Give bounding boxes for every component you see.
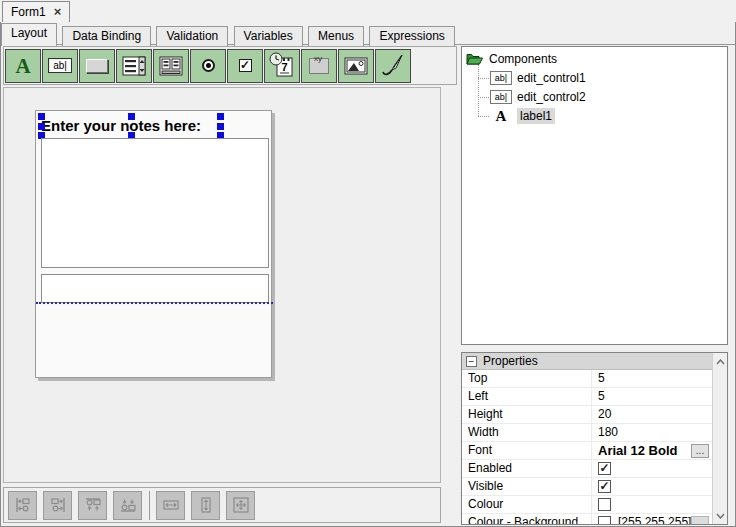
property-row-visible[interactable]: Visible ✓ (462, 478, 712, 496)
align-top-button[interactable] (78, 491, 107, 520)
property-row-font[interactable]: Font Arial 12 Bold ... (462, 442, 712, 460)
same-width-icon (162, 496, 180, 514)
tree-connector (478, 64, 479, 116)
property-row-colour[interactable]: Colour (462, 496, 712, 514)
designed-edit-control1[interactable] (41, 138, 269, 268)
alignment-toolbar (3, 487, 441, 523)
property-value[interactable]: 20 (592, 406, 712, 424)
visible-checkbox[interactable]: ✓ (598, 480, 611, 493)
selection-handle-mid-right[interactable] (217, 123, 224, 130)
document-tab-bar: Form1 × (0, 0, 736, 22)
same-width-button[interactable] (156, 491, 185, 520)
property-value[interactable]: 180 (592, 424, 712, 442)
tree-item-edit-control2[interactable]: ab| edit_control2 (490, 88, 586, 106)
signature-tool-button[interactable] (375, 49, 411, 83)
property-name: Left (462, 388, 592, 406)
tree-connector (478, 116, 489, 117)
tree-connector (478, 78, 489, 79)
push-button-tool-icon (86, 59, 108, 73)
tree-item-label: edit_control1 (517, 71, 586, 85)
property-value[interactable]: 5 (592, 388, 712, 406)
designed-edit-control2[interactable] (41, 274, 269, 303)
date-time-picker-tool-button[interactable]: 7 (264, 49, 300, 83)
grid-tool-button[interactable] (153, 49, 189, 83)
selection-handle-top-left[interactable] (38, 113, 45, 120)
align-right-button[interactable] (43, 491, 72, 520)
colour-checkbox[interactable] (598, 498, 611, 511)
colour-background-checkbox[interactable] (598, 516, 611, 525)
enabled-checkbox[interactable]: ✓ (598, 462, 611, 475)
property-row-enabled[interactable]: Enabled ✓ (462, 460, 712, 478)
signature-tool-icon (380, 53, 406, 79)
property-name: Colour (462, 496, 592, 514)
image-tool-button[interactable] (338, 49, 374, 83)
edit-box-tool-button[interactable]: ab| (42, 49, 78, 83)
edit-box-icon: ab| (490, 90, 512, 104)
check-box-tool-button[interactable]: ✓ (227, 49, 263, 83)
align-top-icon (84, 496, 102, 514)
property-name: Height (462, 406, 592, 424)
tree-item-label: Components (489, 52, 557, 66)
radio-button-tool-button[interactable] (190, 49, 226, 83)
align-left-icon (14, 496, 32, 514)
document-tab-form1[interactable]: Form1 × (2, 1, 70, 22)
form-boundary-guide (36, 302, 273, 304)
tab-data-binding[interactable]: Data Binding (62, 26, 151, 46)
selection-handle-top-center[interactable] (128, 113, 135, 120)
tree-item-components-root[interactable]: Components (466, 50, 557, 68)
scroll-up-icon[interactable] (713, 353, 728, 370)
same-size-icon (232, 496, 250, 514)
property-name: Width (462, 424, 592, 442)
selection-handle-top-right[interactable] (217, 113, 224, 120)
tab-variables[interactable]: Variables (234, 26, 303, 46)
push-button-tool-button[interactable] (79, 49, 115, 83)
align-left-button[interactable] (8, 491, 37, 520)
selection-handle-mid-left[interactable] (38, 123, 45, 130)
property-row-top[interactable]: Top 5 (462, 370, 712, 388)
property-row-colour-background[interactable]: Colour - Background [255,255,255] ... (462, 514, 712, 525)
label-icon: A (490, 108, 512, 125)
same-height-button[interactable] (191, 491, 220, 520)
property-value: [255,255,255] (618, 514, 691, 525)
folder-open-icon (466, 52, 484, 66)
form-design-surface[interactable]: Enter your notes here: (35, 110, 272, 378)
align-bottom-button[interactable] (113, 491, 142, 520)
same-height-icon (197, 496, 215, 514)
toolbar-separator (149, 491, 150, 520)
same-size-button[interactable] (226, 491, 255, 520)
tree-item-label-selected: label1 (517, 108, 555, 124)
tab-layout[interactable]: Layout (1, 23, 57, 46)
colour-picker-button[interactable]: ... (691, 516, 709, 525)
property-name: Font (462, 442, 592, 460)
tab-expressions[interactable]: Expressions (369, 26, 454, 46)
property-name: Enabled (462, 460, 592, 478)
tree-item-label: edit_control2 (517, 90, 586, 104)
properties-scrollbar[interactable] (712, 353, 727, 524)
property-row-width[interactable]: Width 180 (462, 424, 712, 442)
list-box-tool-button[interactable] (116, 49, 152, 83)
tab-validation[interactable]: Validation (156, 26, 228, 46)
component-palette-toolbar: A ab| (3, 46, 457, 85)
label-tool-icon: A (15, 56, 30, 76)
property-row-height[interactable]: Height 20 (462, 406, 712, 424)
tab-menus[interactable]: Menus (308, 26, 364, 46)
tree-item-label1[interactable]: A label1 (490, 107, 555, 125)
design-canvas[interactable]: Enter your notes here: (3, 87, 441, 483)
properties-header: − Properties (462, 353, 712, 370)
panel-tool-button[interactable]: xy (301, 49, 337, 83)
property-row-left[interactable]: Left 5 (462, 388, 712, 406)
tree-item-edit-control1[interactable]: ab| edit_control1 (490, 69, 586, 87)
font-picker-button[interactable]: ... (691, 444, 709, 458)
align-bottom-icon (119, 496, 137, 514)
close-icon[interactable]: × (54, 6, 62, 18)
label-tool-button[interactable]: A (5, 49, 41, 83)
collapse-icon[interactable]: − (466, 356, 477, 367)
svg-text:7: 7 (281, 61, 287, 73)
scroll-down-icon[interactable] (713, 507, 728, 524)
check-box-tool-icon: ✓ (239, 59, 252, 72)
components-tree-panel: Components ab| edit_control1 ab| edit_co… (461, 46, 728, 345)
property-name: Top (462, 370, 592, 388)
property-value[interactable]: 5 (592, 370, 712, 388)
property-name: Visible (462, 478, 592, 496)
align-right-icon (49, 496, 67, 514)
